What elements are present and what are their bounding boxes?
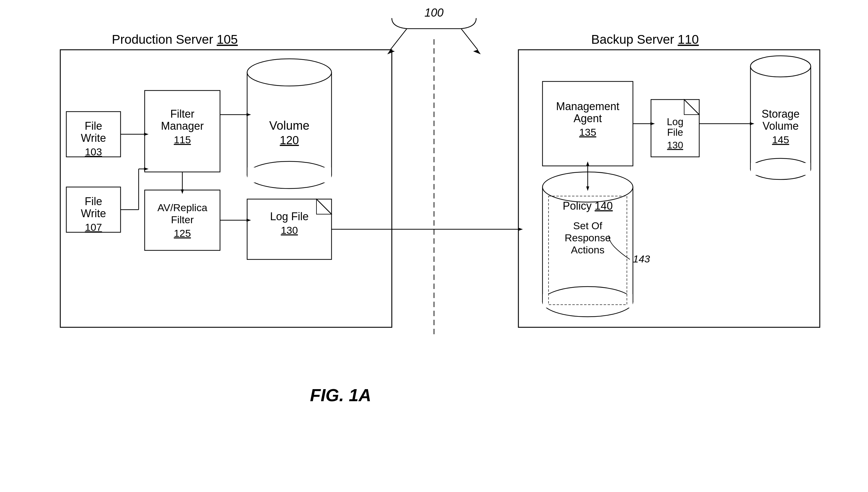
annotation-143: 143 <box>633 253 650 265</box>
system-number: 100 <box>424 6 443 19</box>
file-write-1-label: File <box>85 120 102 132</box>
set-of-response-label: Set Of <box>573 220 603 231</box>
volume-number: 120 <box>280 134 299 147</box>
figure-caption: FIG. 1A <box>310 385 371 405</box>
file-write-1-number: 103 <box>85 146 102 157</box>
file-write-2-number: 107 <box>85 221 102 233</box>
management-agent-number: 135 <box>579 126 597 138</box>
svg-text:Manager: Manager <box>161 120 204 132</box>
volume-cylinder-top <box>247 59 332 86</box>
svg-text:File: File <box>667 127 683 138</box>
av-replica-label: AV/Replica <box>157 202 207 213</box>
svg-rect-26 <box>543 294 633 308</box>
svg-text:Write: Write <box>81 207 106 220</box>
svg-text:Actions: Actions <box>571 244 605 255</box>
av-replica-number: 125 <box>174 227 191 239</box>
svg-marker-19 <box>518 228 523 231</box>
svg-rect-7 <box>247 167 331 182</box>
production-server-label: Production Server 105 <box>112 32 238 46</box>
svg-text:Agent: Agent <box>574 112 602 125</box>
log-file-prod-number: 130 <box>281 224 298 236</box>
storage-volume-label: Storage <box>762 108 799 120</box>
svg-rect-24 <box>751 163 810 175</box>
file-write-2-label: File <box>85 195 102 207</box>
volume-label: Volume <box>269 119 309 132</box>
svg-text:Filter: Filter <box>171 214 194 225</box>
svg-marker-1 <box>387 50 395 54</box>
svg-marker-3 <box>473 50 481 54</box>
svg-line-2 <box>461 29 478 50</box>
filter-manager-label: Filter <box>170 108 194 120</box>
svg-line-0 <box>390 29 407 50</box>
svg-text:Response: Response <box>564 232 611 243</box>
svg-text:Write: Write <box>81 132 106 144</box>
filter-manager-number: 115 <box>174 134 191 145</box>
storage-volume-top <box>751 56 811 77</box>
backup-server-label: Backup Server 110 <box>591 32 699 46</box>
storage-volume-number: 145 <box>772 134 789 145</box>
management-agent-label: Management <box>556 100 620 113</box>
svg-text:Volume: Volume <box>763 120 799 132</box>
log-file-backup-number: 130 <box>667 140 683 150</box>
log-file-prod-label: Log File <box>270 210 309 223</box>
log-file-backup-label: Log <box>667 116 683 127</box>
diagram-container: 100 Production Server 105 Backup Server … <box>0 0 868 492</box>
policy-label: Policy 140 <box>563 200 613 212</box>
